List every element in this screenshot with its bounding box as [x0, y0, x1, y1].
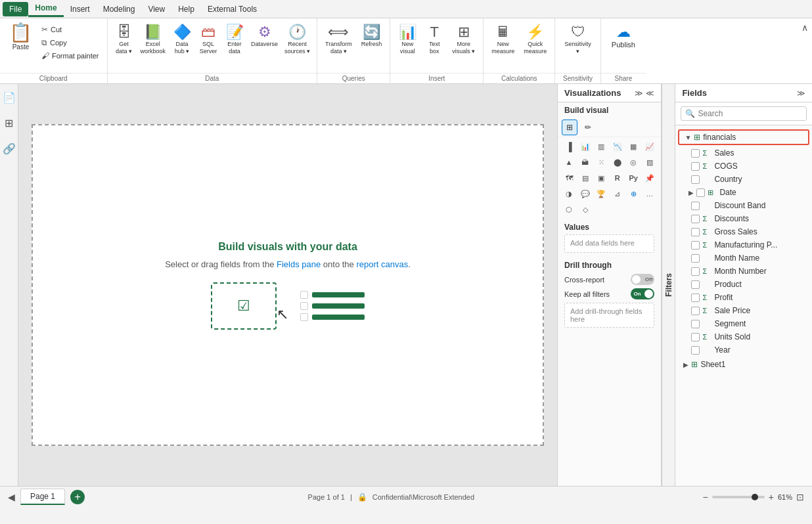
- sidebar-report-icon[interactable]: 📄: [1, 89, 18, 106]
- viz-multirow-icon[interactable]: 🏆: [594, 186, 608, 201]
- format-painter-button[interactable]: 🖌 Format painter: [39, 50, 102, 62]
- field-month-number[interactable]: Σ Month Number: [675, 265, 812, 278]
- viz-python-icon[interactable]: Py: [626, 171, 641, 185]
- field-mp-checkbox[interactable]: [691, 241, 700, 250]
- field-cogs-checkbox[interactable]: [691, 162, 700, 171]
- field-disc-checkbox[interactable]: [691, 215, 700, 223]
- field-product[interactable]: Product: [675, 278, 812, 291]
- text-box-button[interactable]: T Textbox: [422, 21, 447, 58]
- viz-kpi-icon[interactable]: 📌: [643, 171, 657, 185]
- page-prev-icon[interactable]: ◀: [8, 492, 15, 502]
- field-us-checkbox[interactable]: [691, 333, 700, 341]
- add-page-button[interactable]: +: [70, 490, 85, 504]
- copy-button[interactable]: ⧉ Copy: [39, 37, 102, 49]
- field-sales-checkbox[interactable]: [691, 149, 700, 158]
- zoom-minus-icon[interactable]: −: [703, 492, 708, 502]
- sidebar-table-icon[interactable]: ⊞: [3, 115, 15, 131]
- page-tab-1[interactable]: Page 1: [20, 489, 65, 505]
- drill-dropzone[interactable]: Add drill-through fields here: [564, 303, 654, 328]
- ribbon-collapse-icon[interactable]: ∧: [801, 22, 808, 33]
- menu-home[interactable]: Home: [28, 1, 63, 17]
- viz-table-icon[interactable]: ⊞: [562, 120, 577, 135]
- field-discounts[interactable]: Σ Discounts: [675, 212, 812, 225]
- field-seg-checkbox[interactable]: [691, 320, 700, 328]
- field-cogs[interactable]: Σ COGS: [675, 160, 812, 173]
- field-gs-checkbox[interactable]: [691, 228, 700, 236]
- field-sp-checkbox[interactable]: [691, 307, 700, 315]
- field-mfg-price[interactable]: Σ Manufacturing P...: [675, 238, 812, 251]
- viz-slicer-icon[interactable]: ◇: [578, 202, 593, 217]
- menu-file[interactable]: File: [3, 2, 28, 16]
- field-gross-sales[interactable]: Σ Gross Sales: [675, 225, 812, 238]
- search-input[interactable]: [698, 109, 802, 118]
- viz-pie-chart-icon[interactable]: ⬤: [610, 155, 625, 169]
- field-profit[interactable]: Σ Profit: [675, 291, 812, 304]
- viz-bar-stacked-icon[interactable]: 📊: [578, 139, 593, 154]
- sheet1-group-header[interactable]: ▶ ⊞ Sheet1: [678, 358, 809, 371]
- new-measure-button[interactable]: 🖩 Newmeasure: [487, 21, 518, 58]
- field-country[interactable]: Country: [675, 173, 812, 186]
- viz-bar-chart-icon[interactable]: ▐: [562, 139, 576, 154]
- field-mnr-checkbox[interactable]: [691, 267, 700, 276]
- new-visual-button[interactable]: 📊 Newvisual: [394, 21, 420, 58]
- menu-insert[interactable]: Insert: [64, 2, 97, 16]
- paste-button[interactable]: 📋 Paste: [5, 21, 36, 53]
- fit-page-icon[interactable]: ⊡: [796, 492, 804, 502]
- field-date-checkbox[interactable]: [696, 188, 705, 197]
- financials-group-header[interactable]: ▼ ⊞ financials: [678, 129, 809, 145]
- viz-collapse-icon[interactable]: ≪: [646, 89, 654, 98]
- viz-treemap-icon[interactable]: ▨: [643, 155, 657, 169]
- transform-data-button[interactable]: ⟺ Transformdata ▾: [321, 21, 356, 58]
- viz-funnel-icon[interactable]: ⊿: [610, 186, 625, 201]
- fields-search-box[interactable]: 🔍: [681, 106, 807, 121]
- viz-scatter-icon[interactable]: ⁙: [594, 155, 608, 169]
- field-sale-price[interactable]: Σ Sale Price: [675, 304, 812, 317]
- enter-data-button[interactable]: 📝 Enterdata: [222, 21, 247, 58]
- viz-matrix-icon[interactable]: ▤: [578, 171, 593, 185]
- viz-ribbon-chart-icon[interactable]: 🏔: [578, 155, 593, 169]
- sidebar-model-icon[interactable]: 🔗: [1, 141, 18, 157]
- values-dropzone[interactable]: Add data fields here: [564, 234, 654, 253]
- recent-sources-button[interactable]: 🕐 Recentsources ▾: [282, 21, 313, 58]
- fields-expand-icon[interactable]: ≫: [797, 89, 805, 98]
- viz-qanda-icon[interactable]: ⊕: [626, 186, 641, 201]
- viz-r-script-icon[interactable]: R: [610, 171, 625, 185]
- sql-server-button[interactable]: 🗃 SQLServer: [196, 21, 221, 58]
- menu-external-tools[interactable]: External Tools: [201, 2, 263, 16]
- data-hub-button[interactable]: 🔷 Datahub ▾: [169, 21, 194, 58]
- viz-area-chart-icon[interactable]: ▲: [562, 155, 576, 169]
- dataverse-button[interactable]: ⚙ Dataverse: [248, 21, 281, 51]
- menu-help[interactable]: Help: [171, 2, 201, 16]
- viz-bar-100-icon[interactable]: ▥: [594, 139, 608, 154]
- field-mn-checkbox[interactable]: [691, 254, 700, 263]
- viz-decomp-icon[interactable]: …: [643, 186, 657, 201]
- viz-line-chart-icon[interactable]: 📈: [643, 139, 657, 154]
- viz-donut-chart-icon[interactable]: ◎: [626, 155, 641, 169]
- viz-edit-icon[interactable]: ✏: [580, 120, 596, 135]
- publish-button[interactable]: ☁ Publish: [605, 21, 642, 52]
- quick-measure-button[interactable]: ⚡ Quickmeasure: [520, 21, 551, 58]
- refresh-button[interactable]: 🔄 Refresh: [357, 21, 386, 51]
- more-visuals-button[interactable]: ⊞ Morevisuals ▾: [448, 21, 479, 58]
- cross-report-toggle[interactable]: Off: [631, 274, 654, 285]
- menu-view[interactable]: View: [141, 2, 171, 16]
- field-year[interactable]: Year: [675, 343, 812, 357]
- sensitivity-button[interactable]: 🛡 Sensitivity▾: [559, 21, 597, 58]
- cut-button[interactable]: ✂ Cut: [39, 24, 102, 35]
- field-segment[interactable]: Segment: [675, 317, 812, 330]
- field-units-sold[interactable]: Σ Units Sold: [675, 330, 812, 343]
- zoom-plus-icon[interactable]: +: [769, 492, 774, 502]
- viz-card-icon[interactable]: 💬: [578, 186, 593, 201]
- viz-expand-icon[interactable]: ≫: [635, 89, 643, 98]
- viz-shape-map-icon[interactable]: ⬡: [562, 202, 576, 217]
- field-year-checkbox[interactable]: [691, 346, 700, 355]
- viz-gauge-icon[interactable]: ◑: [562, 186, 576, 201]
- filters-panel-label[interactable]: Filters: [662, 84, 675, 486]
- field-db-checkbox[interactable]: [691, 202, 700, 210]
- excel-workbook-button[interactable]: 📗 Excelworkbook: [138, 21, 169, 58]
- viz-column-stacked-icon[interactable]: ▦: [626, 139, 641, 154]
- field-sales[interactable]: Σ Sales: [675, 146, 812, 160]
- field-discount-band[interactable]: Discount Band: [675, 199, 812, 212]
- field-profit-checkbox[interactable]: [691, 294, 700, 302]
- get-data-button[interactable]: 🗄 Getdata ▾: [112, 21, 137, 58]
